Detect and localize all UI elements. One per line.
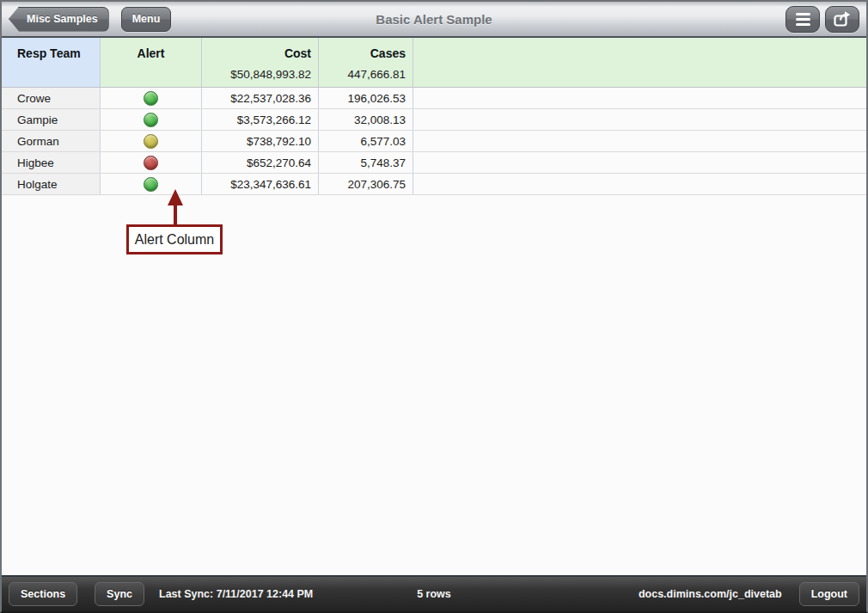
statusbar-right: docs.dimins.com/jc_divetab Logout bbox=[639, 582, 859, 606]
cell-cases: 5,748.37 bbox=[319, 152, 413, 173]
cell-alert bbox=[101, 131, 202, 151]
cell-alert bbox=[101, 109, 202, 130]
column-header-resp-team[interactable]: Resp Team bbox=[2, 38, 101, 87]
column-header-cost[interactable]: Cost $50,848,993.82 bbox=[202, 38, 319, 87]
top-toolbar: Misc Samples Menu Basic Alert Sample bbox=[2, 2, 866, 38]
column-label: Cases bbox=[319, 38, 413, 68]
cell-filler bbox=[413, 152, 866, 173]
content-background bbox=[2, 195, 866, 575]
cell-filler bbox=[413, 88, 866, 108]
list-menu-button[interactable] bbox=[785, 6, 820, 33]
table-row[interactable]: Holgate $23,347,636.61 207,306.75 bbox=[2, 174, 866, 195]
cell-alert bbox=[101, 88, 202, 108]
cell-cost: $738,792.10 bbox=[202, 131, 319, 151]
table-row[interactable]: Crowe $22,537,028.36 196,026.53 bbox=[2, 88, 866, 109]
cell-cases: 196,026.53 bbox=[319, 88, 413, 108]
column-label: Alert bbox=[101, 38, 201, 68]
share-button[interactable] bbox=[825, 6, 859, 33]
alert-indicator-icon bbox=[144, 91, 158, 106]
bottom-status-bar: Sections Sync Last Sync: 7/11/2017 12:44… bbox=[2, 575, 866, 611]
table-row[interactable]: Gampie $3,573,266.12 32,008.13 bbox=[2, 109, 866, 131]
cell-filler bbox=[413, 131, 866, 151]
cell-cost: $652,270.64 bbox=[202, 152, 319, 173]
table-header: Resp Team Alert Cost $50,848,993.82 Case… bbox=[2, 38, 866, 88]
cell-resp-team: Holgate bbox=[2, 174, 101, 194]
back-button[interactable]: Misc Samples bbox=[9, 7, 109, 32]
cell-resp-team: Gampie bbox=[2, 109, 101, 130]
column-header-filler bbox=[413, 38, 866, 87]
cell-resp-team: Gorman bbox=[2, 131, 101, 151]
column-total-empty bbox=[2, 68, 100, 87]
cell-cases: 207,306.75 bbox=[319, 174, 413, 194]
logout-button[interactable]: Logout bbox=[799, 582, 859, 606]
server-address-label: docs.dimins.com/jc_divetab bbox=[639, 588, 782, 600]
cell-cost: $23,347,636.61 bbox=[202, 174, 319, 194]
row-count-label: 5 rows bbox=[417, 588, 451, 600]
column-label: Resp Team bbox=[2, 38, 100, 68]
app-window: Misc Samples Menu Basic Alert Sample Res… bbox=[0, 0, 868, 613]
column-total-cases: 447,666.81 bbox=[319, 68, 413, 87]
alert-indicator-icon bbox=[144, 134, 158, 149]
hamburger-icon bbox=[796, 13, 810, 26]
column-header-cases[interactable]: Cases 447,666.81 bbox=[319, 38, 413, 87]
alert-indicator-icon bbox=[144, 177, 158, 192]
back-button-label: Misc Samples bbox=[27, 13, 98, 25]
cell-resp-team: Crowe bbox=[2, 88, 101, 108]
table-row[interactable]: Gorman $738,792.10 6,577.03 bbox=[2, 131, 866, 152]
sync-button-label: Sync bbox=[107, 588, 132, 600]
menu-button[interactable]: Menu bbox=[121, 7, 172, 32]
alert-indicator-icon bbox=[144, 156, 158, 170]
sync-button[interactable]: Sync bbox=[95, 582, 144, 606]
cell-alert bbox=[101, 174, 202, 194]
cell-alert bbox=[101, 152, 202, 173]
cell-filler bbox=[413, 174, 866, 194]
logout-button-label: Logout bbox=[811, 588, 847, 600]
cell-cases: 32,008.13 bbox=[319, 109, 413, 130]
share-icon bbox=[833, 9, 852, 28]
column-total-empty bbox=[101, 68, 201, 87]
toolbar-actions bbox=[785, 6, 859, 33]
column-header-alert[interactable]: Alert bbox=[101, 38, 202, 87]
column-label: Cost bbox=[202, 38, 318, 68]
table-body: Crowe $22,537,028.36 196,026.53 Gampie $… bbox=[2, 88, 866, 195]
menu-button-label: Menu bbox=[132, 13, 161, 25]
cell-filler bbox=[413, 109, 866, 130]
table-row[interactable]: Higbee $652,270.64 5,748.37 bbox=[2, 152, 866, 174]
alert-indicator-icon bbox=[144, 113, 158, 127]
last-sync-label: Last Sync: 7/11/2017 12:44 PM bbox=[159, 588, 313, 600]
cell-resp-team: Higbee bbox=[2, 152, 101, 173]
sections-button-label: Sections bbox=[21, 588, 65, 600]
cell-cost: $3,573,266.12 bbox=[202, 109, 319, 130]
cell-cost: $22,537,028.36 bbox=[202, 88, 319, 108]
cell-cases: 6,577.03 bbox=[319, 131, 413, 151]
sections-button[interactable]: Sections bbox=[9, 582, 77, 606]
column-total-cost: $50,848,993.82 bbox=[202, 68, 318, 87]
